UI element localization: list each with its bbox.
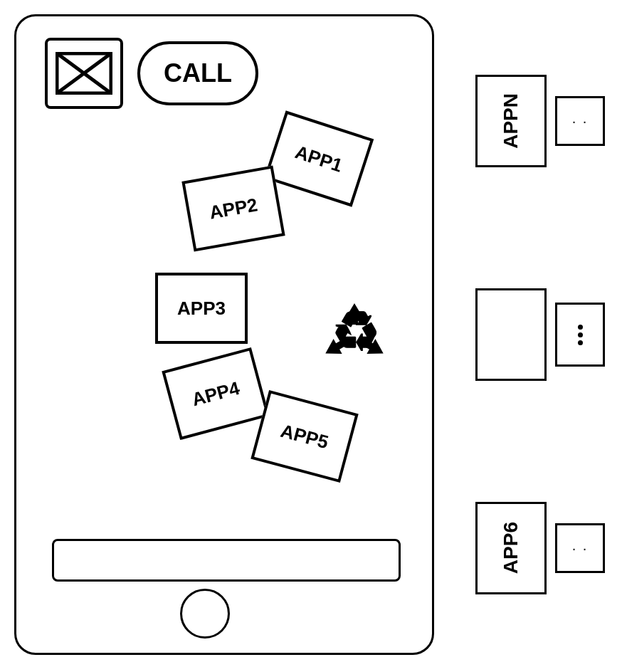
app3-card[interactable]: APP3: [155, 273, 248, 344]
app2-card[interactable]: APP2: [181, 165, 285, 251]
app6-card[interactable]: APP6: [475, 502, 547, 594]
call-button[interactable]: CALL: [137, 41, 258, 105]
message-icon[interactable]: [45, 38, 123, 109]
dot1: [578, 325, 583, 330]
dot2: [578, 332, 583, 337]
svg-text:♻: ♻: [331, 303, 379, 362]
appn-card[interactable]: APPN: [475, 75, 547, 167]
appn-small-card[interactable]: · ·: [555, 96, 605, 146]
scene: CALL APP1 APP2 APP3 APP4 APP5: [0, 0, 622, 672]
dot3: [578, 340, 583, 345]
middle-card[interactable]: [475, 288, 547, 381]
app1-card[interactable]: APP1: [264, 110, 374, 206]
right-item-app6: APP6 · ·: [475, 502, 605, 594]
app4-card[interactable]: APP4: [162, 347, 269, 440]
right-item-appn: APPN · ·: [475, 75, 605, 167]
app6-small-card[interactable]: · ·: [555, 523, 605, 573]
recycle-icon: ♻: [315, 294, 394, 372]
right-item-middle: [475, 288, 605, 381]
bottom-bar[interactable]: [52, 539, 401, 582]
home-button[interactable]: [180, 589, 230, 639]
right-panel: APPN · · APP6 · ·: [465, 14, 615, 655]
app5-card[interactable]: APP5: [251, 390, 358, 483]
middle-small-card[interactable]: [555, 303, 605, 367]
phone-device: CALL APP1 APP2 APP3 APP4 APP5: [14, 14, 434, 655]
